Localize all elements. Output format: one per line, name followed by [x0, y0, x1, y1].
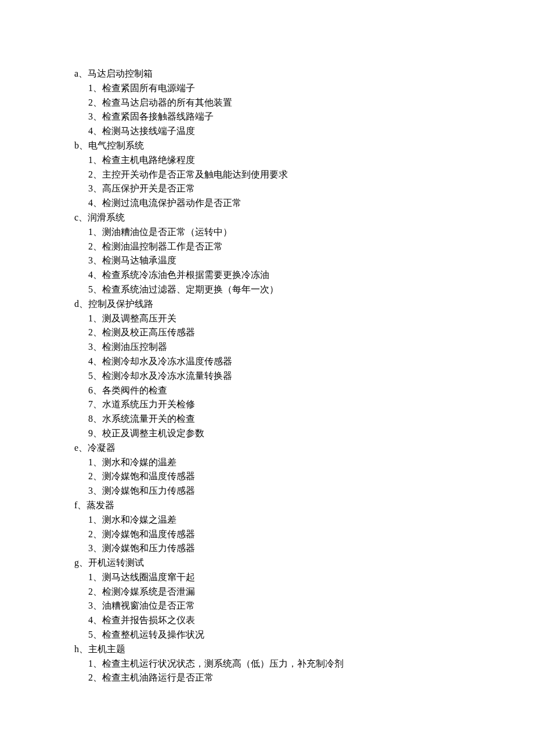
list-item: 3、检测马达轴承温度: [74, 254, 534, 268]
list-item: 4、检测过流电流保护器动作是否正常: [74, 196, 534, 211]
list-item: 4、检查并报告损坏之仪表: [74, 613, 534, 628]
list-item: 2、检测及校正高压传感器: [74, 325, 534, 340]
list-item: 9、校正及调整主机设定参数: [74, 426, 534, 441]
section-label: b、电气控制系统: [74, 139, 534, 153]
list-item: 1、检查紧固所有电源端子: [74, 81, 534, 96]
section-label: h、主机主题: [74, 642, 534, 657]
list-item: 3、检查紧固各接触器线路端子: [74, 110, 534, 124]
list-item: 7、水道系统压力开关检修: [74, 397, 534, 412]
list-item: 1、测及调整高压开关: [74, 312, 534, 326]
list-item: 3、测冷媒饱和压力传感器: [74, 541, 534, 556]
list-item: 4、检测马达接线端子温度: [74, 124, 534, 139]
list-item: 1、检查主机电路绝缘程度: [74, 153, 534, 168]
list-item: 3、测冷媒饱和压力传感器: [74, 484, 534, 498]
list-item: 3、高压保护开关是否正常: [74, 182, 534, 196]
list-item: 1、测油糟油位是否正常（运转中）: [74, 225, 534, 240]
section-label: a、马达启动控制箱: [74, 67, 534, 81]
list-item: 5、检查整机运转及操作状况: [74, 628, 534, 642]
document-body: a、马达启动控制箱1、检查紧固所有电源端子2、检查马达启动器的所有其他装置3、检…: [74, 67, 534, 685]
list-item: 1、测马达线圈温度窜干起: [74, 570, 534, 585]
list-item: 4、检测冷却水及冷冻水温度传感器: [74, 355, 534, 369]
list-item: 2、测冷媒饱和温度传感器: [74, 527, 534, 542]
list-item: 3、油糟视窗油位是否正常: [74, 599, 534, 613]
list-item: 2、测冷媒饱和温度传感器: [74, 469, 534, 484]
list-item: 1、测水和冷媒的温差: [74, 455, 534, 470]
list-item: 1、测水和冷媒之温差: [74, 513, 534, 527]
section-label: e、冷凝器: [74, 441, 534, 455]
list-item: 2、检查马达启动器的所有其他装置: [74, 96, 534, 110]
list-item: 6、各类阀件的检查: [74, 384, 534, 398]
list-item: 3、检测油压控制器: [74, 340, 534, 355]
list-item: 2、检测油温控制器工作是否正常: [74, 240, 534, 254]
list-item: 5、检查系统油过滤器、定期更换（每年一次）: [74, 283, 534, 297]
list-item: 5、检测冷却水及冷冻水流量转换器: [74, 369, 534, 384]
section-label: g、开机运转测试: [74, 556, 534, 570]
list-item: 2、检查主机油路运行是否正常: [74, 671, 534, 685]
list-item: 2、主控开关动作是否正常及触电能达到使用要求: [74, 168, 534, 182]
list-item: 4、检查系统冷冻油色并根据需要更换冷冻油: [74, 268, 534, 283]
section-label: c、润滑系统: [74, 211, 534, 225]
list-item: 1、检查主机运行状况状态，测系统高（低）压力，补充制冷剂: [74, 657, 534, 671]
list-item: 2、检测冷媒系统是否泄漏: [74, 585, 534, 599]
section-label: d、控制及保护线路: [74, 297, 534, 312]
section-label: f、蒸发器: [74, 498, 534, 513]
list-item: 8、水系统流量开关的检查: [74, 412, 534, 426]
